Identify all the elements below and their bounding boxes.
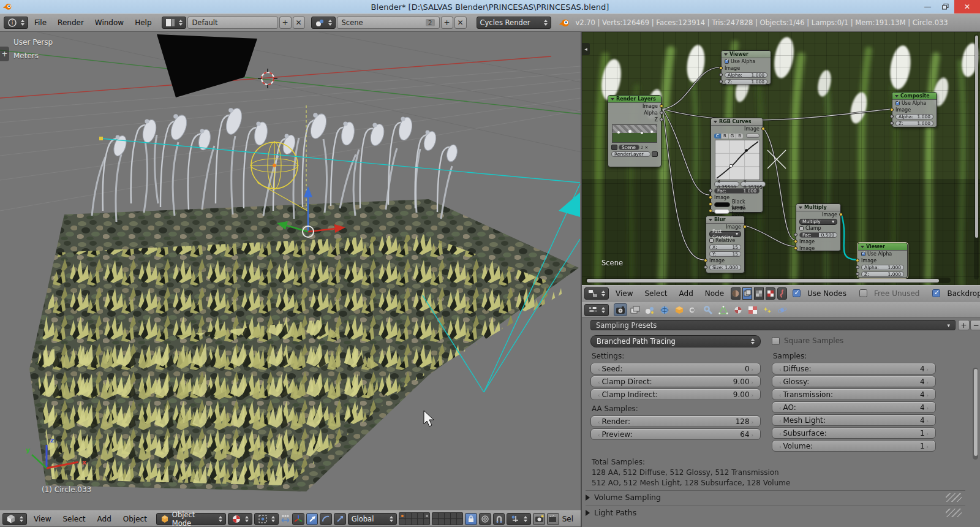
output-socket-image[interactable] (761, 127, 765, 131)
curve-x-field[interactable]: X 0.25500 (714, 181, 739, 187)
blur-type-select[interactable]: Fast Gaussian▾ (709, 231, 741, 237)
vp-menu-object[interactable]: Object (118, 515, 152, 523)
delete-scene-button[interactable]: ✕ (454, 17, 467, 29)
ne-menu-add[interactable]: Add (674, 289, 698, 298)
input-socket-image[interactable] (856, 259, 859, 262)
clamp-direct-field[interactable]: ‹ Clamp Direct:9.00 › (590, 376, 761, 387)
alpha-slider[interactable]: Alpha:1.000 (895, 114, 933, 119)
vp-menu-add[interactable]: Add (92, 515, 116, 523)
region-expand-tab[interactable]: + (0, 47, 9, 61)
channel-r-button[interactable]: R (722, 134, 728, 138)
tab-render-layers[interactable] (628, 303, 642, 316)
node-vscrollbar[interactable] (974, 34, 979, 279)
tab-modifiers[interactable] (702, 303, 715, 316)
manipulator-translate-button[interactable] (306, 513, 318, 525)
alpha-slider[interactable]: Alpha:1.000 (725, 72, 767, 78)
opengl-render-anim-button[interactable] (547, 513, 559, 525)
blur-x-field[interactable]: X:15 (709, 245, 741, 250)
use-alpha-checkbox[interactable] (725, 59, 729, 64)
input-socket-alpha[interactable] (719, 73, 723, 77)
alpha-slider[interactable]: Alpha:1.000 (861, 265, 904, 270)
rerender-icon[interactable] (652, 151, 658, 157)
scene-users-count[interactable]: 2 (426, 19, 435, 26)
scene-browse-icon[interactable] (611, 145, 617, 150)
transmission-samples-field[interactable]: ‹ Transmission:4 › (772, 389, 936, 400)
black-level-swatch[interactable] (714, 202, 730, 207)
blend-mode-select[interactable]: Multiply▾ (799, 219, 837, 225)
curve-widget[interactable] (715, 140, 760, 180)
opengl-render-image-button[interactable] (533, 513, 545, 525)
clamp-checkbox[interactable] (799, 226, 804, 230)
ne-menu-node[interactable]: Node (700, 289, 729, 298)
tab-render[interactable] (614, 303, 627, 316)
integrator-select[interactable]: Branched Path Tracing (590, 335, 761, 347)
properties-scrollbar[interactable] (973, 368, 978, 460)
node-render-layers[interactable]: Render Layers Image Alpha Z Scene 2 ✕ (608, 95, 662, 167)
output-socket-image[interactable] (743, 225, 747, 229)
screen-layout-field[interactable]: Default (187, 17, 278, 29)
layers-widget-left[interactable] (399, 512, 430, 525)
compositing-nodes-button[interactable] (742, 287, 752, 300)
editor-type-info-button[interactable]: i (4, 17, 28, 29)
input-socket-fac[interactable] (709, 189, 712, 192)
size-slider[interactable]: Size:1.000 (709, 265, 741, 270)
editor-type-node-button[interactable] (584, 287, 609, 300)
manipulator-axis-button[interactable] (292, 513, 304, 525)
fac-slider[interactable]: Fac:0.500 (799, 232, 837, 238)
vp-menu-select[interactable]: Select (58, 515, 90, 523)
tab-texture[interactable] (746, 303, 760, 316)
tab-world[interactable] (658, 303, 671, 316)
seed-field[interactable]: ‹ Seed:0 › (590, 363, 761, 374)
input-socket-size[interactable] (704, 265, 707, 269)
snap-element-select[interactable] (507, 513, 531, 525)
vp-menu-view[interactable]: View (29, 515, 56, 523)
z-slider[interactable]: Z:1.000 (861, 271, 904, 277)
channel-g-button[interactable]: G (729, 134, 736, 138)
backdrop-checkbox[interactable] (932, 289, 940, 297)
output-socket-image[interactable] (839, 213, 843, 216)
menu-render[interactable]: Render (53, 18, 89, 27)
unlink-icon[interactable]: ✕ (644, 145, 648, 150)
z-slider[interactable]: Z:1.000 (895, 121, 933, 126)
editor-type-3dview-button[interactable] (2, 513, 27, 525)
tab-particles[interactable] (761, 303, 774, 316)
node-region-tab[interactable]: ◂ (582, 43, 590, 55)
input-socket-z[interactable] (719, 80, 723, 83)
use-alpha-checkbox[interactable] (861, 252, 865, 256)
pivot-point-select[interactable] (254, 513, 279, 525)
aa-render-field[interactable]: ‹ Render:128 › (590, 415, 761, 427)
tab-object[interactable] (673, 303, 686, 316)
channel-c-button[interactable]: C (714, 134, 721, 138)
aa-preview-field[interactable]: ‹ Preview:64 › (590, 428, 761, 440)
panel-volume-sampling[interactable]: Volume Sampling (586, 490, 965, 504)
scene-users[interactable]: 2 (641, 145, 643, 150)
snap-button[interactable] (493, 513, 505, 525)
menu-window[interactable]: Window (90, 18, 129, 27)
add-scene-button[interactable]: + (441, 17, 453, 29)
output-socket-z[interactable] (660, 118, 663, 121)
input-socket-image-2[interactable] (794, 246, 797, 250)
panel-light-paths[interactable]: Light Paths (586, 506, 965, 519)
glossy-samples-field[interactable]: ‹ Glossy:4 › (772, 376, 936, 387)
input-socket-image[interactable] (709, 195, 712, 199)
menu-file[interactable]: File (29, 18, 51, 27)
editor-type-properties-button[interactable] (584, 304, 609, 316)
delete-layout-button[interactable]: ✕ (293, 17, 305, 29)
menu-help[interactable]: Help (130, 18, 156, 27)
node-multiply[interactable]: Multiply Image Multiply▾ Clamp Fac:0.500… (796, 203, 841, 251)
collapse-icon[interactable] (611, 98, 614, 100)
ne-menu-view[interactable]: View (611, 289, 638, 298)
node-hscrollbar[interactable] (586, 278, 951, 283)
input-socket-image[interactable] (890, 108, 894, 112)
node-blur[interactable]: Blur Image Fast Gaussian▾ Relative X:15 … (706, 216, 745, 273)
output-socket-image[interactable] (660, 104, 663, 108)
scene-icon-button[interactable] (311, 17, 336, 29)
tab-scene[interactable] (643, 303, 657, 316)
node-viewer-bottom[interactable]: Viewer Use Alpha Image Alpha:1.000 Z:1.0… (858, 243, 908, 278)
input-socket-black-level[interactable] (709, 202, 712, 206)
use-alpha-checkbox[interactable] (895, 101, 900, 105)
render-engine-select[interactable]: Cycles Render (477, 17, 551, 29)
fac-slider[interactable]: Fac:1.000 (714, 188, 760, 194)
viewport-shading-select[interactable] (228, 513, 252, 525)
subsurface-samples-field[interactable]: ‹ Subsurface:1 › (772, 427, 936, 439)
